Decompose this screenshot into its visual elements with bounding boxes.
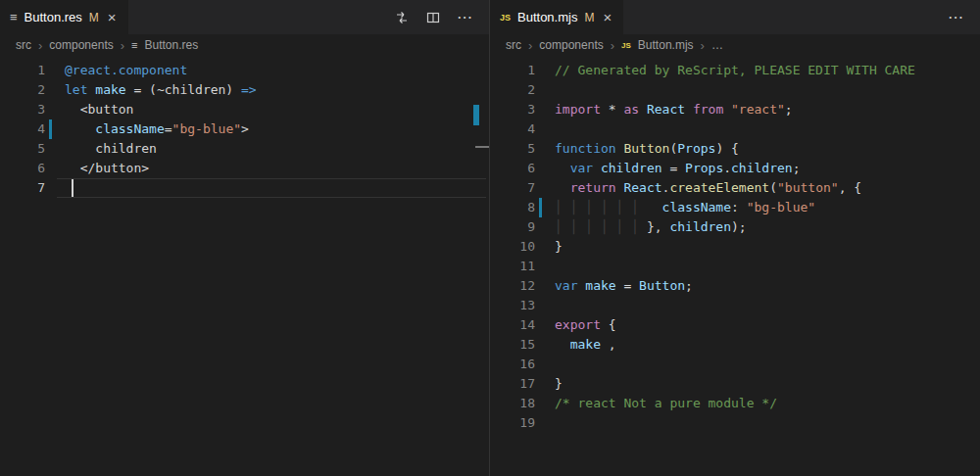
code-text: </button>: [65, 159, 149, 178]
chevron-right-icon: ›: [121, 38, 124, 53]
breadcrumb-src[interactable]: src: [506, 38, 521, 52]
line-number[interactable]: 17: [490, 374, 535, 394]
code-line[interactable]: 3import * as React from "react";: [490, 100, 980, 119]
line-number[interactable]: 5: [0, 139, 45, 159]
more-actions-icon[interactable]: ⋯: [948, 8, 964, 26]
code-line[interactable]: 5 children: [0, 139, 489, 159]
text-cursor: [72, 179, 74, 197]
code-text: let make = (~children) =>: [65, 80, 257, 100]
line-number[interactable]: 1: [490, 61, 535, 80]
line-number[interactable]: 9: [490, 217, 535, 237]
line-number[interactable]: 2: [0, 80, 45, 100]
code-text: }: [555, 374, 563, 394]
code-line[interactable]: 15 make ,: [490, 335, 980, 355]
line-number[interactable]: 4: [0, 119, 45, 139]
open-changes-icon[interactable]: [394, 10, 410, 25]
code-line[interactable]: 2: [490, 80, 980, 100]
line-number[interactable]: 16: [490, 355, 535, 374]
code-text: make ,: [555, 335, 616, 355]
code-line[interactable]: 17}: [490, 374, 980, 394]
breadcrumb-trail[interactable]: …: [711, 38, 723, 52]
code-line[interactable]: 13: [490, 296, 980, 315]
code-text: // Generated by ReScript, PLEASE EDIT WI…: [555, 61, 915, 80]
code-text: <button: [65, 100, 133, 119]
more-actions-icon[interactable]: ⋯: [457, 8, 473, 26]
breadcrumb-right: src › components › JS Button.mjs › …: [490, 34, 980, 56]
code-line[interactable]: 14export {: [490, 315, 980, 335]
code-text: │ │ │ │ │ │ className: "bg-blue": [555, 198, 815, 217]
line-number[interactable]: 7: [490, 178, 535, 198]
chevron-right-icon: ›: [38, 38, 42, 53]
split-editor-icon[interactable]: [425, 10, 441, 25]
breadcrumb-file[interactable]: Button.res: [144, 38, 198, 52]
line-number[interactable]: 3: [0, 100, 45, 119]
code-line[interactable]: 18/* react Not a pure module */: [490, 394, 980, 413]
line-number[interactable]: 13: [490, 296, 535, 315]
line-number[interactable]: 7: [0, 178, 45, 198]
tab-button-mjs[interactable]: JS Button.mjs M ×: [490, 0, 624, 34]
overview-ruler-modified-mark: [473, 105, 479, 125]
code-line[interactable]: 4 className="bg-blue">: [0, 119, 489, 139]
line-number[interactable]: 5: [490, 139, 535, 159]
code-line[interactable]: 4: [490, 119, 980, 139]
tab-label: Button.res: [24, 10, 82, 24]
code-text: var make = Button;: [555, 276, 693, 296]
code-text: @react.component: [65, 61, 187, 80]
code-text: className="bg-blue">: [65, 119, 249, 139]
editor-group-right: JS Button.mjs M × ⋯ src › components › J…: [490, 0, 980, 476]
code-text: export {: [555, 315, 616, 335]
code-line[interactable]: 6 var children = Props.children;: [490, 159, 980, 178]
line-number[interactable]: 11: [490, 257, 535, 276]
code-text: /* react Not a pure module */: [555, 394, 777, 413]
code-line[interactable]: 12var make = Button;: [490, 276, 980, 296]
code-line[interactable]: 11: [490, 257, 980, 276]
code-line[interactable]: 19: [490, 413, 980, 433]
code-text: import * as React from "react";: [555, 100, 793, 119]
line-number[interactable]: 2: [490, 80, 535, 100]
code-text: function Button(Props) {: [555, 139, 739, 159]
git-modified-indicator: [49, 119, 52, 139]
tab-button-res[interactable]: ≡ Button.res M ×: [0, 0, 129, 34]
chevron-right-icon: ›: [611, 38, 614, 53]
editor-button-mjs[interactable]: 1// Generated by ReScript, PLEASE EDIT W…: [490, 56, 980, 476]
close-icon[interactable]: ×: [601, 10, 613, 24]
code-line[interactable]: 2let make = (~children) =>: [0, 80, 489, 100]
tab-bar-left: ≡ Button.res M × ⋯: [0, 0, 489, 34]
line-number[interactable]: 14: [490, 315, 535, 335]
close-icon[interactable]: ×: [106, 10, 119, 24]
code-line[interactable]: 1// Generated by ReScript, PLEASE EDIT W…: [490, 61, 980, 80]
breadcrumb-src[interactable]: src: [16, 38, 31, 52]
code-line[interactable]: 3 <button: [0, 100, 489, 119]
editor-button-res[interactable]: 1@react.component2let make = (~children)…: [0, 56, 489, 476]
line-number[interactable]: 18: [490, 394, 535, 413]
js-file-icon: JS: [500, 13, 511, 23]
line-number[interactable]: 8: [490, 198, 535, 217]
line-number[interactable]: 6: [490, 159, 535, 178]
breadcrumb-components[interactable]: components: [539, 38, 603, 52]
code-text: }: [555, 237, 563, 257]
editor-actions-right: ⋯: [948, 0, 980, 34]
code-line[interactable]: 6 </button>: [0, 159, 489, 178]
res-file-icon: ≡: [131, 39, 137, 51]
code-line[interactable]: 8│ │ │ │ │ │ className: "bg-blue": [490, 198, 980, 217]
code-text: │ │ │ │ │ │ }, children);: [555, 217, 747, 237]
line-number[interactable]: 6: [0, 159, 45, 178]
code-line[interactable]: 7 return React.createElement("button", {: [490, 178, 980, 198]
line-number[interactable]: 3: [490, 100, 535, 119]
code-line[interactable]: 9│ │ │ │ │ │ }, children);: [490, 217, 980, 237]
line-number[interactable]: 12: [490, 276, 535, 296]
line-number[interactable]: 1: [0, 61, 45, 80]
code-text: return React.createElement("button", {: [555, 178, 861, 198]
line-number[interactable]: 15: [490, 335, 535, 355]
code-line[interactable]: 5function Button(Props) {: [490, 139, 980, 159]
chevron-right-icon: ›: [528, 38, 532, 53]
breadcrumb-file[interactable]: Button.mjs: [638, 38, 694, 52]
code-line[interactable]: 16: [490, 355, 980, 374]
line-number[interactable]: 4: [490, 119, 535, 139]
line-number[interactable]: 19: [490, 413, 535, 433]
line-number[interactable]: 10: [490, 237, 535, 257]
breadcrumb-components[interactable]: components: [49, 38, 113, 52]
code-line[interactable]: 1@react.component: [0, 61, 489, 80]
code-line[interactable]: 10}: [490, 237, 980, 257]
code-text: var children = Props.children;: [555, 159, 801, 178]
